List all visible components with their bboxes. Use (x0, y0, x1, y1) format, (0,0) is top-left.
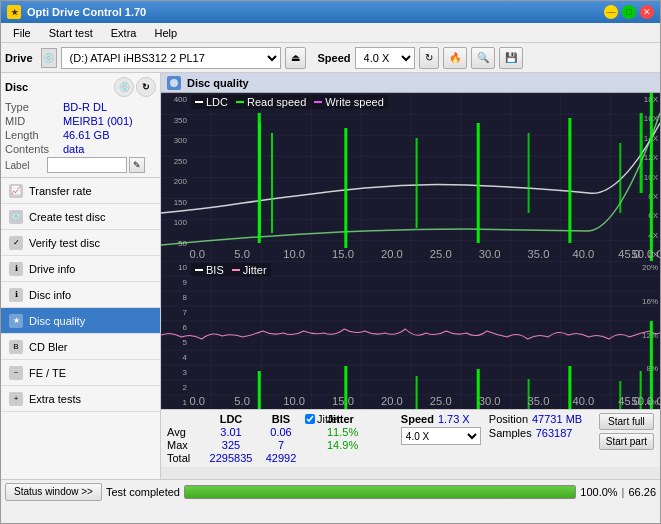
nav-label-disc-quality: Disc quality (29, 315, 85, 327)
disc-section-label: Disc (5, 81, 28, 93)
svg-rect-1 (161, 93, 660, 261)
cd-bler-icon: B (9, 340, 23, 354)
svg-rect-30 (568, 366, 571, 409)
max-label: Max (167, 439, 203, 451)
svg-text:15.0: 15.0 (332, 248, 354, 260)
legend-read: Read speed (247, 96, 306, 108)
progress-pct: 100.0% (580, 486, 617, 498)
speed-info: Speed 1.73 X 4.0 X (401, 413, 481, 445)
disc-info-icon: ℹ (9, 288, 23, 302)
transfer-rate-icon: 📈 (9, 184, 23, 198)
nav-item-create-test-disc[interactable]: 💿 Create test disc (1, 204, 160, 230)
extra-tests-icon: + (9, 392, 23, 406)
position-info: Position 47731 MB Samples 763187 (485, 413, 595, 439)
jitter-checkbox-label[interactable]: Jitter (305, 413, 325, 425)
toolbar: Drive 💿 (D:) ATAPI iHBS312 2 PL17 ⏏ Spee… (1, 43, 660, 73)
sidebar: Disc 💿 ↻ Type BD-R DL MID MEIRB1 (001) L… (1, 73, 161, 479)
col-jitter: Jitter (327, 413, 383, 425)
close-button[interactable]: ✕ (640, 5, 654, 19)
jitter-checkbox[interactable] (305, 414, 315, 424)
save-button[interactable]: 💾 (499, 47, 523, 69)
content-area: Disc quality LDC Read speed Write speed … (161, 73, 660, 479)
nav-item-drive-info[interactable]: ℹ Drive info (1, 256, 160, 282)
start-part-button[interactable]: Start part (599, 433, 654, 450)
nav-item-cd-bler[interactable]: B CD Bler (1, 334, 160, 360)
nav-item-disc-quality[interactable]: ★ Disc quality (1, 308, 160, 334)
total-label: Total (167, 452, 203, 464)
svg-rect-4 (271, 133, 273, 233)
svg-text:50.0 GB: 50.0 GB (631, 248, 660, 260)
title-bar: ★ Opti Drive Control 1.70 — □ ✕ (1, 1, 660, 23)
menu-file[interactable]: File (5, 25, 39, 41)
progress-bar (184, 485, 576, 499)
disc-quality-icon: ★ (9, 314, 23, 328)
nav-label-create-test-disc: Create test disc (29, 211, 105, 223)
status-window-button[interactable]: Status window >> (5, 483, 102, 501)
max-bis: 7 (259, 439, 303, 451)
disc-refresh-icon[interactable]: ↻ (136, 77, 156, 97)
refresh-button[interactable]: ↻ (419, 47, 439, 69)
svg-text:30.0: 30.0 (479, 248, 501, 260)
action-buttons: Start full Start part (599, 413, 654, 450)
start-full-button[interactable]: Start full (599, 413, 654, 430)
dq-header: Disc quality (161, 73, 660, 93)
menu-bar: File Start test Extra Help (1, 23, 660, 43)
drive-icon: 💿 (41, 48, 57, 68)
svg-rect-10 (619, 143, 621, 213)
nav-item-extra-tests[interactable]: + Extra tests (1, 386, 160, 412)
svg-rect-3 (259, 123, 261, 233)
nav-label-drive-info: Drive info (29, 263, 75, 275)
legend-bis: BIS (206, 264, 224, 276)
drive-select[interactable]: (D:) ATAPI iHBS312 2 PL17 (61, 47, 281, 69)
col-ldc: LDC (205, 413, 257, 425)
menu-start-test[interactable]: Start test (41, 25, 101, 41)
drive-info-icon: ℹ (9, 262, 23, 276)
svg-text:25.0: 25.0 (430, 248, 452, 260)
total-bis: 42992 (259, 452, 303, 464)
mid-label: MID (5, 115, 63, 127)
menu-help[interactable]: Help (146, 25, 185, 41)
menu-extra[interactable]: Extra (103, 25, 145, 41)
svg-rect-8 (528, 133, 530, 213)
svg-rect-9 (568, 118, 571, 243)
nav-item-verify-test-disc[interactable]: ✓ Verify test disc (1, 230, 160, 256)
speed-stat-select[interactable]: 4.0 X (401, 427, 481, 445)
minimize-button[interactable]: — (604, 5, 618, 19)
nav-item-transfer-rate[interactable]: 📈 Transfer rate (1, 178, 160, 204)
verify-test-disc-icon: ✓ (9, 236, 23, 250)
drive-label: Drive (5, 52, 33, 64)
svg-rect-5 (344, 128, 347, 248)
contents-label: Contents (5, 143, 63, 155)
label-edit-button[interactable]: ✎ (129, 157, 145, 173)
speed-select[interactable]: 4.0 X (355, 47, 415, 69)
avg-label: Avg (167, 426, 203, 438)
scan-button[interactable]: 🔍 (471, 47, 495, 69)
speed-label: Speed (318, 52, 351, 64)
svg-text:40.0: 40.0 (572, 395, 594, 407)
eject-button[interactable]: ⏏ (285, 47, 306, 69)
speed-stat-avg: 1.73 X (438, 413, 470, 425)
legend-write: Write speed (325, 96, 384, 108)
nav-item-disc-info[interactable]: ℹ Disc info (1, 282, 160, 308)
avg-ldc: 3.01 (205, 426, 257, 438)
legend-jitter: Jitter (243, 264, 267, 276)
samples-label: Samples (489, 427, 532, 439)
dq-header-icon (167, 76, 181, 90)
svg-text:50.0 GB: 50.0 GB (631, 395, 660, 407)
label-input[interactable] (47, 157, 127, 173)
disc-section: Disc 💿 ↻ Type BD-R DL MID MEIRB1 (001) L… (1, 73, 160, 178)
svg-text:25.0: 25.0 (430, 395, 452, 407)
svg-text:0.0: 0.0 (190, 395, 206, 407)
chart2: BIS Jitter 10 9 8 7 6 5 4 3 2 1 20% 16% … (161, 261, 660, 409)
burn-button[interactable]: 🔥 (443, 47, 467, 69)
nav-item-fe-te[interactable]: ~ FE / TE (1, 360, 160, 386)
svg-text:35.0: 35.0 (528, 248, 550, 260)
svg-text:15.0: 15.0 (332, 395, 354, 407)
disc-icon: 💿 (114, 77, 134, 97)
length-value: 46.61 GB (63, 129, 109, 141)
svg-text:10.0: 10.0 (283, 248, 305, 260)
position-value: 47731 MB (532, 413, 582, 425)
svg-text:30.0: 30.0 (479, 395, 501, 407)
maximize-button[interactable]: □ (622, 5, 636, 19)
max-ldc: 325 (205, 439, 257, 451)
